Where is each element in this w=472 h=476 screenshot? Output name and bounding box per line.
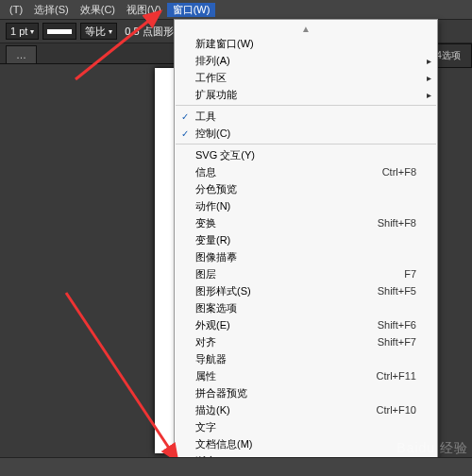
menu-item[interactable]: ✓控制(C) bbox=[175, 125, 437, 142]
menu-item-shortcut: Ctrl+F10 bbox=[358, 404, 417, 416]
stroke-weight-value: 1 pt bbox=[10, 26, 27, 37]
menu-item-label: SVG 交互(Y) bbox=[195, 148, 416, 162]
menu-item-label: 工具 bbox=[195, 110, 416, 124]
menu-item[interactable]: 动作(N) bbox=[175, 197, 437, 214]
menu-item[interactable]: SVG 交互(Y) bbox=[175, 146, 437, 163]
menu-item[interactable]: 工作区▸ bbox=[175, 69, 437, 86]
scale-mode-combo[interactable]: 等比 ▾ bbox=[80, 23, 117, 40]
menu-item[interactable]: 变量(R) bbox=[175, 231, 437, 248]
submenu-arrow-icon: ▸ bbox=[416, 90, 431, 100]
menu-item[interactable]: 图层F7 bbox=[175, 265, 437, 282]
menu-separator bbox=[176, 105, 436, 106]
menu-view[interactable]: 视图(V) bbox=[121, 3, 167, 17]
menu-item-shortcut: Shift+F8 bbox=[359, 217, 416, 229]
menu-item[interactable]: 排列(A)▸ bbox=[175, 52, 437, 69]
menubar: (T) 选择(S) 效果(C) 视图(V) 窗口(W) bbox=[0, 0, 472, 19]
menu-item[interactable]: 拼合器预览 bbox=[175, 384, 437, 401]
menu-separator bbox=[176, 144, 436, 144]
menu-item[interactable]: 图案选项 bbox=[175, 299, 437, 316]
submenu-arrow-icon: ▸ bbox=[416, 56, 431, 66]
menu-select[interactable]: 选择(S) bbox=[28, 3, 75, 17]
menu-item[interactable]: 分色预览 bbox=[175, 180, 437, 197]
menu-item[interactable]: 属性Ctrl+F11 bbox=[175, 367, 437, 384]
menu-item-label: 图层 bbox=[195, 267, 385, 281]
menu-item-label: 工作区 bbox=[195, 71, 416, 85]
chevron-down-icon: ▾ bbox=[30, 27, 34, 36]
menu-item-label: 新建窗口(W) bbox=[195, 37, 416, 51]
menu-item[interactable]: 描边(K)Ctrl+F10 bbox=[175, 401, 437, 418]
menu-effect[interactable]: 效果(C) bbox=[75, 3, 121, 17]
menu-item-label: 属性 bbox=[195, 369, 358, 383]
menu-item-label: 图形样式(S) bbox=[195, 284, 359, 298]
menu-item-label: 拼合器预览 bbox=[195, 386, 416, 400]
brush-label: 0 5 点圆形 bbox=[125, 25, 173, 39]
menu-item-shortcut: Shift+F6 bbox=[359, 319, 416, 331]
menu-item-label: 导航器 bbox=[195, 352, 416, 366]
menu-item-label: 信息 bbox=[195, 165, 363, 179]
chevron-down-icon: ▾ bbox=[109, 27, 112, 36]
menu-item-label: 控制(C) bbox=[195, 127, 416, 141]
menu-item-label: 对齐 bbox=[195, 335, 359, 349]
menu-item[interactable]: 图像描摹 bbox=[175, 248, 437, 265]
menu-item-shortcut: Ctrl+F8 bbox=[363, 166, 416, 178]
scale-mode-label: 等比 bbox=[85, 25, 106, 39]
menu-item-shortcut: Shift+F5 bbox=[359, 285, 416, 297]
menu-item-label: 图案选项 bbox=[195, 301, 416, 315]
menu-item-label: 动作(N) bbox=[195, 199, 416, 213]
menu-item-label: 变换 bbox=[195, 216, 359, 230]
menu-item-label: 文字 bbox=[195, 420, 416, 434]
menu-item-shortcut: Shift+F7 bbox=[359, 336, 416, 348]
menu-item[interactable]: 图形样式(S)Shift+F5 bbox=[175, 282, 437, 299]
menu-item[interactable]: 变换Shift+F8 bbox=[175, 214, 437, 231]
menu-t[interactable]: (T) bbox=[4, 4, 28, 15]
menu-item-label: 外观(E) bbox=[195, 318, 359, 332]
menu-scroll-up-icon[interactable]: ▲ bbox=[175, 22, 437, 35]
check-icon: ✓ bbox=[175, 111, 195, 122]
menu-item-label: 描边(K) bbox=[195, 403, 358, 417]
menu-item-label: 排列(A) bbox=[195, 54, 416, 68]
menu-item[interactable]: 信息Ctrl+F8 bbox=[175, 163, 437, 180]
menu-item-label: 图像描摹 bbox=[195, 250, 416, 264]
window-menu-dropdown: ▲新建窗口(W)排列(A)▸工作区▸扩展功能▸✓工具✓控制(C)SVG 交互(Y… bbox=[174, 19, 438, 476]
menu-item-shortcut: Ctrl+F11 bbox=[358, 370, 417, 382]
check-icon: ✓ bbox=[175, 128, 195, 139]
menu-item[interactable]: 扩展功能▸ bbox=[175, 86, 437, 103]
menu-item[interactable]: 文字 bbox=[175, 418, 437, 435]
document-tab[interactable]: … bbox=[6, 45, 37, 63]
menu-item[interactable]: 导航器 bbox=[175, 350, 437, 367]
stroke-weight-combo[interactable]: 1 pt ▾ bbox=[6, 23, 39, 40]
menu-item[interactable]: 新建窗口(W) bbox=[175, 35, 437, 52]
menu-item-label: 扩展功能 bbox=[195, 88, 416, 102]
menu-item-label: 文档信息(M) bbox=[195, 437, 416, 451]
menu-item[interactable]: 对齐Shift+F7 bbox=[175, 333, 437, 350]
menu-window[interactable]: 窗口(W) bbox=[167, 3, 216, 17]
status-bar bbox=[0, 457, 472, 476]
stroke-profile[interactable] bbox=[42, 23, 76, 40]
menu-item-label: 变量(R) bbox=[195, 233, 416, 247]
submenu-arrow-icon: ▸ bbox=[416, 73, 431, 83]
menu-item[interactable]: 外观(E)Shift+F6 bbox=[175, 316, 437, 333]
watermark: Baidu 经验 bbox=[396, 440, 468, 457]
menu-item[interactable]: ✓工具 bbox=[175, 108, 437, 125]
menu-item-shortcut: F7 bbox=[385, 268, 416, 280]
menu-item-label: 分色预览 bbox=[195, 182, 416, 196]
